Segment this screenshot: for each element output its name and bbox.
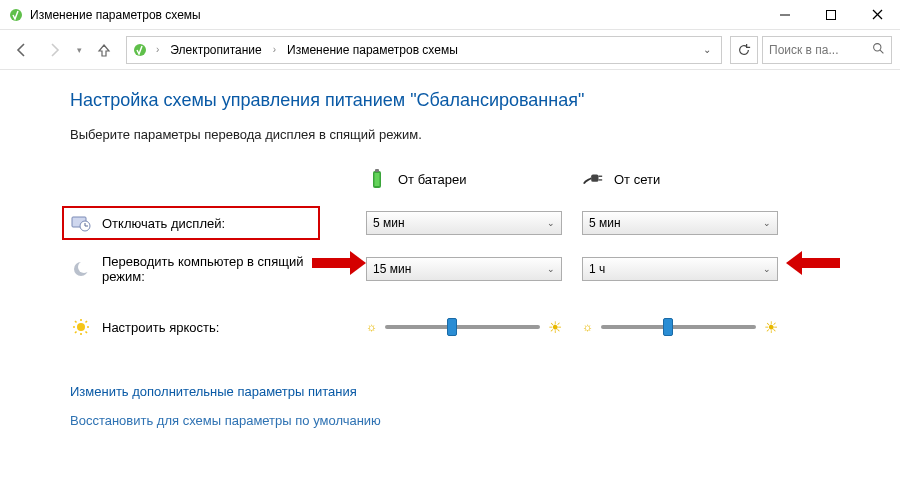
sun-small-icon: ☼ bbox=[366, 320, 377, 334]
display-off-battery-select[interactable]: 5 мин ⌄ bbox=[366, 211, 562, 235]
setting-label: Отключать дисплей: bbox=[102, 216, 225, 231]
back-button[interactable] bbox=[8, 36, 36, 64]
display-off-plugged-select[interactable]: 5 мин ⌄ bbox=[582, 211, 778, 235]
svg-rect-2 bbox=[827, 10, 836, 19]
nav-bar: ▾ › Электропитание › Изменение параметро… bbox=[0, 30, 900, 70]
sun-icon bbox=[70, 316, 92, 338]
restore-defaults-link[interactable]: Восстановить для схемы параметры по умол… bbox=[70, 413, 860, 428]
column-header-battery: От батареи bbox=[366, 162, 576, 208]
app-icon bbox=[8, 7, 24, 23]
advanced-settings-link[interactable]: Изменить дополнительные параметры питани… bbox=[70, 384, 860, 399]
select-value: 1 ч bbox=[589, 262, 605, 276]
chevron-down-icon: ⌄ bbox=[547, 218, 555, 228]
svg-line-28 bbox=[86, 321, 88, 323]
svg-point-19 bbox=[78, 261, 90, 273]
breadcrumb-item[interactable]: Электропитание bbox=[166, 41, 265, 59]
chevron-down-icon: ⌄ bbox=[763, 218, 771, 228]
select-value: 5 мин bbox=[373, 216, 405, 230]
sleep-battery-select[interactable]: 15 мин ⌄ bbox=[366, 257, 562, 281]
column-header-plugged: От сети bbox=[582, 162, 792, 208]
brightness-plugged-slider[interactable]: ☼ ☀ bbox=[582, 318, 778, 337]
brightness-battery-slider[interactable]: ☼ ☀ bbox=[366, 318, 562, 337]
svg-rect-11 bbox=[591, 174, 598, 181]
page-title: Настройка схемы управления питанием "Сба… bbox=[70, 90, 860, 111]
row-sleep-label: Переводить компьютер в спящий режим: bbox=[70, 238, 360, 300]
slider-track[interactable] bbox=[385, 325, 540, 329]
chevron-down-icon: ⌄ bbox=[763, 264, 771, 274]
settings-grid: От батареи От сети Отключать дисплей: 5 … bbox=[70, 162, 860, 354]
svg-point-6 bbox=[874, 43, 881, 50]
minimize-button[interactable] bbox=[762, 0, 808, 29]
breadcrumb-item[interactable]: Изменение параметров схемы bbox=[283, 41, 462, 59]
search-icon bbox=[872, 42, 885, 58]
svg-line-26 bbox=[86, 332, 88, 334]
breadcrumb-dropdown[interactable]: ⌄ bbox=[697, 44, 717, 55]
select-value: 15 мин bbox=[373, 262, 411, 276]
chevron-right-icon: › bbox=[153, 44, 162, 55]
slider-track[interactable] bbox=[601, 325, 756, 329]
row-display-off-label: Отключать дисплей: bbox=[62, 206, 320, 240]
svg-point-20 bbox=[77, 323, 85, 331]
chevron-down-icon: ⌄ bbox=[547, 264, 555, 274]
content-area: Настройка схемы управления питанием "Сба… bbox=[0, 70, 900, 438]
slider-thumb[interactable] bbox=[663, 318, 673, 336]
refresh-button[interactable] bbox=[730, 36, 758, 64]
column-label: От сети bbox=[614, 172, 660, 187]
recent-dropdown[interactable]: ▾ bbox=[72, 36, 86, 64]
svg-rect-10 bbox=[375, 173, 380, 186]
svg-line-7 bbox=[880, 50, 883, 53]
page-subtext: Выберите параметры перевода дисплея в сп… bbox=[70, 127, 860, 142]
search-input[interactable]: Поиск в па... bbox=[762, 36, 892, 64]
title-bar: Изменение параметров схемы bbox=[0, 0, 900, 30]
up-button[interactable] bbox=[90, 36, 118, 64]
row-brightness-label: Настроить яркость: bbox=[70, 300, 360, 354]
setting-label: Настроить яркость: bbox=[102, 320, 219, 335]
forward-button[interactable] bbox=[40, 36, 68, 64]
sun-large-icon: ☀ bbox=[764, 318, 778, 337]
select-value: 5 мин bbox=[589, 216, 621, 230]
power-plan-icon bbox=[131, 41, 149, 59]
close-button[interactable] bbox=[854, 0, 900, 29]
window-title: Изменение параметров схемы bbox=[30, 8, 762, 22]
svg-rect-9 bbox=[375, 169, 379, 172]
setting-label: Переводить компьютер в спящий режим: bbox=[102, 254, 322, 284]
breadcrumb[interactable]: › Электропитание › Изменение параметров … bbox=[126, 36, 722, 64]
moon-icon bbox=[70, 258, 92, 280]
battery-icon bbox=[366, 168, 388, 190]
sun-small-icon: ☼ bbox=[582, 320, 593, 334]
monitor-clock-icon bbox=[70, 212, 92, 234]
svg-line-25 bbox=[75, 321, 77, 323]
search-placeholder: Поиск в па... bbox=[769, 43, 868, 57]
maximize-button[interactable] bbox=[808, 0, 854, 29]
svg-line-27 bbox=[75, 332, 77, 334]
chevron-right-icon: › bbox=[270, 44, 279, 55]
sun-large-icon: ☀ bbox=[548, 318, 562, 337]
sleep-plugged-select[interactable]: 1 ч ⌄ bbox=[582, 257, 778, 281]
slider-thumb[interactable] bbox=[447, 318, 457, 336]
plug-icon bbox=[582, 168, 604, 190]
column-label: От батареи bbox=[398, 172, 467, 187]
